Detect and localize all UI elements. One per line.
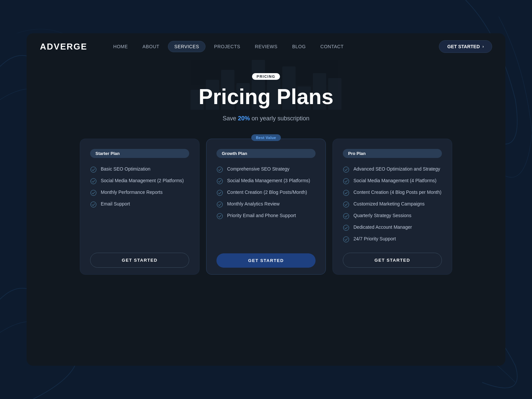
- list-item: Comprehensive SEO Strategy: [216, 166, 316, 173]
- pro-features-list: Advanced SEO Optimization and Strategy S…: [343, 166, 442, 243]
- starter-get-started-button[interactable]: GET STARTED: [90, 253, 189, 268]
- check-icon: [90, 190, 97, 196]
- svg-point-8: [217, 213, 223, 219]
- check-icon: [343, 201, 349, 208]
- svg-point-9: [343, 167, 349, 173]
- nav-home[interactable]: HOME: [107, 41, 134, 52]
- list-item: Customized Marketing Campaigns: [343, 201, 442, 208]
- svg-point-4: [217, 167, 223, 173]
- pricing-badge: PRICING: [252, 73, 280, 80]
- nav-reviews[interactable]: REVIEWS: [249, 41, 284, 52]
- starter-plan-card: Starter Plan Basic SEO Optimization: [80, 139, 200, 275]
- svg-point-14: [343, 225, 349, 231]
- svg-point-5: [217, 179, 223, 184]
- pricing-cards: Starter Plan Basic SEO Optimization: [27, 132, 505, 288]
- list-item: 24/7 Priority Support: [343, 236, 442, 243]
- growth-plan-card: Best Value Growth Plan Comprehensive SEO…: [206, 139, 326, 275]
- starter-features-list: Basic SEO Optimization Social Media Mana…: [90, 166, 189, 243]
- list-item: Basic SEO Optimization: [90, 166, 189, 173]
- check-icon: [343, 213, 349, 219]
- pro-plan-card: Pro Plan Advanced SEO Optimization and S…: [332, 139, 452, 275]
- svg-point-10: [343, 179, 349, 184]
- list-item: Social Media Management (2 Platforms): [90, 178, 189, 185]
- svg-point-6: [217, 190, 223, 196]
- growth-plan-label: Growth Plan: [216, 149, 316, 158]
- check-icon: [343, 224, 349, 231]
- nav-about[interactable]: ABOUT: [137, 41, 166, 52]
- logo: ADVERGE: [40, 42, 87, 52]
- pro-plan-label: Pro Plan: [343, 149, 442, 158]
- best-value-badge: Best Value: [251, 134, 281, 141]
- list-item: Monthly Analytics Review: [216, 201, 316, 208]
- svg-point-12: [343, 202, 349, 207]
- growth-features-list: Comprehensive SEO Strategy Social Media …: [216, 166, 316, 243]
- starter-plan-label: Starter Plan: [90, 149, 189, 158]
- list-item: Social Media Management (4 Platforms): [343, 178, 442, 185]
- main-container: ADVERGE HOME ABOUT SERVICES PROJECTS REV…: [27, 33, 505, 366]
- nav-contact[interactable]: CONTACT: [315, 41, 350, 52]
- check-icon: [343, 178, 349, 185]
- svg-point-15: [343, 237, 349, 242]
- navbar: ADVERGE HOME ABOUT SERVICES PROJECTS REV…: [27, 33, 505, 60]
- list-item: Priority Email and Phone Support: [216, 212, 316, 219]
- check-icon: [343, 236, 349, 243]
- list-item: Advanced SEO Optimization and Strategy: [343, 166, 442, 173]
- svg-point-1: [91, 179, 96, 184]
- check-icon: [343, 166, 349, 173]
- check-icon: [90, 166, 97, 173]
- check-icon: [216, 213, 223, 219]
- list-item: Content Creation (2 Blog Posts/Month): [216, 189, 316, 196]
- pro-get-started-button[interactable]: GET STARTED: [343, 253, 442, 268]
- svg-point-2: [91, 190, 96, 196]
- nav-links: HOME ABOUT SERVICES PROJECTS REVIEWS BLO…: [107, 41, 439, 52]
- check-icon: [90, 201, 97, 208]
- check-icon: [216, 201, 223, 208]
- check-icon: [216, 166, 223, 173]
- svg-point-7: [217, 202, 223, 207]
- nav-blog[interactable]: BLOG: [286, 41, 312, 52]
- check-icon: [90, 178, 97, 185]
- nav-projects[interactable]: PROJECTS: [208, 41, 246, 52]
- nav-cta-button[interactable]: GET STARTED ›: [439, 40, 492, 53]
- svg-point-0: [91, 167, 96, 173]
- list-item: Monthly Performance Reports: [90, 189, 189, 196]
- list-item: Quarterly Strategy Sessions: [343, 212, 442, 219]
- growth-get-started-button[interactable]: GET STARTED: [216, 253, 316, 268]
- list-item: Dedicated Account Manager: [343, 224, 442, 231]
- hero-title: Pricing Plans: [33, 85, 499, 108]
- list-item: Content Creation (4 Blog Posts per Month…: [343, 189, 442, 196]
- check-icon: [216, 178, 223, 185]
- hero-subtitle: Save 20% on yearly subscription: [33, 115, 499, 122]
- check-icon: [343, 190, 349, 196]
- svg-point-11: [343, 190, 349, 196]
- nav-services[interactable]: SERVICES: [168, 41, 205, 52]
- svg-point-3: [91, 202, 96, 207]
- hero-section: PRICING Pricing Plans Save 20% on yearly…: [27, 60, 505, 132]
- cta-arrow-icon: ›: [482, 44, 484, 49]
- check-icon: [216, 190, 223, 196]
- svg-point-13: [343, 213, 349, 219]
- list-item: Email Support: [90, 201, 189, 208]
- list-item: Social Media Management (3 Platforms): [216, 178, 316, 185]
